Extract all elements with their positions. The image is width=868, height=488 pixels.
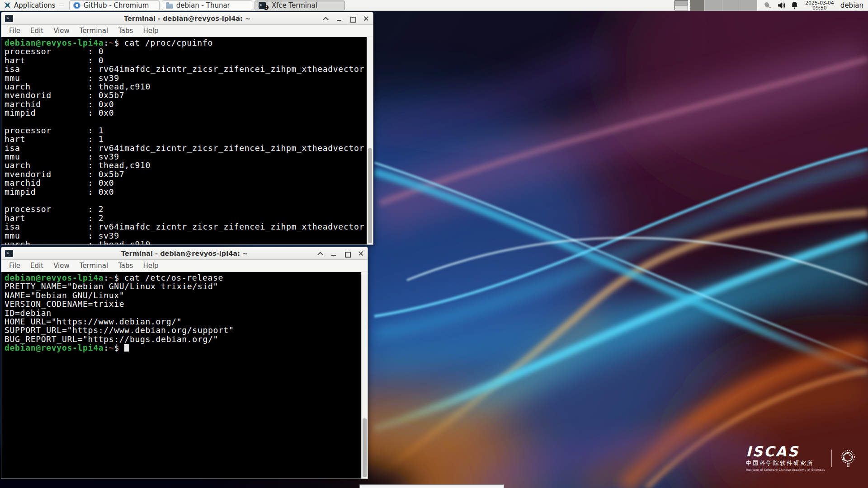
menu-item[interactable]: Terminal: [75, 262, 113, 270]
terminal-line: hart : 0: [5, 56, 367, 65]
prompt-user-host: debian@revyos-lpi4a: [5, 273, 104, 282]
prompt-user-host: debian@revyos-lpi4a: [5, 343, 104, 352]
scrollbar-thumb[interactable]: [368, 148, 372, 243]
prompt-line: debian@revyos-lpi4a:~$: [5, 343, 361, 352]
maximize-button[interactable]: [344, 250, 350, 257]
applications-menu-button[interactable]: Applications: [0, 0, 59, 11]
titlebar[interactable]: >_ Terminal - debian@revyos-lpi4a: ~: [1, 247, 368, 260]
menubar: FileEditViewTerminalTabsHelp: [1, 260, 368, 272]
terminal-line: ID=debian: [5, 309, 361, 317]
tray-placeholder-dark: [690, 0, 704, 11]
close-button[interactable]: [358, 250, 364, 257]
chromium-icon: [73, 2, 80, 9]
terminal-line: PRETTY_NAME="Debian GNU/Linux trixie/sid…: [5, 282, 361, 291]
taskbar-button-terminal[interactable]: >_ 2 Xfce Terminal: [255, 0, 345, 10]
maximize-button[interactable]: [349, 15, 356, 22]
hidden-window-edge[interactable]: [359, 484, 504, 488]
terminal-window-2: >_ Terminal - debian@revyos-lpi4a: ~ Fil…: [1, 247, 368, 479]
notification-bell-icon[interactable]: [791, 1, 798, 9]
prompt-path: ~: [109, 343, 114, 352]
command-text: cat /proc/cpuinfo: [124, 38, 213, 47]
terminal-line: VERSION_CODENAME=trixie: [5, 300, 361, 308]
menu-item[interactable]: Edit: [25, 262, 48, 270]
iscas-watermark: ISCAS 中国科学院软件研究所 Institute of Software C…: [746, 445, 858, 472]
terminal-output-area[interactable]: debian@revyos-lpi4a:~$cat /proc/cpuinfo …: [1, 37, 367, 244]
workspace-1[interactable]: [675, 0, 688, 6]
taskbar-button-label: GitHub - Chromium: [84, 1, 149, 9]
terminal-line: hart : 2: [5, 214, 367, 222]
top-panel: Applications GitHub - Chromium debian - …: [0, 0, 868, 11]
menu-item[interactable]: View: [48, 262, 75, 270]
prompt-line: debian@revyos-lpi4a:~$cat /proc/cpuinfo: [5, 38, 367, 47]
terminal-line: mmu : sv39: [5, 74, 367, 82]
scrollbar[interactable]: [367, 37, 373, 244]
terminal-window-1: >_ Terminal - debian@revyos-lpi4a: ~ Fil…: [1, 12, 373, 245]
clock-time: 09:50: [805, 5, 834, 10]
scrollbar-thumb[interactable]: [363, 418, 367, 477]
workspace-2[interactable]: [675, 5, 688, 10]
terminal-line: mimpid : 0x0: [5, 108, 367, 117]
scrollbar[interactable]: [361, 272, 368, 479]
prompt-colon: :: [104, 38, 109, 47]
close-button[interactable]: [363, 15, 369, 22]
rollup-button[interactable]: [322, 15, 329, 22]
terminal-line: NAME="Debian GNU/Linux": [5, 291, 361, 300]
terminal-line: isa : rv64imafdc_zicntr_zicsr_zifencei_z…: [5, 144, 367, 152]
terminal-line: BUG_REPORT_URL="https://bugs.debian.org/…: [5, 335, 361, 343]
taskbar: GitHub - Chromium debian - Thunar >_ 2 X…: [69, 0, 345, 10]
terminal-line: HOME_URL="https://www.debian.org/": [5, 317, 361, 326]
menu-item[interactable]: Edit: [25, 27, 48, 35]
minimize-button[interactable]: [336, 15, 342, 22]
terminal-line: marchid : 0x0: [5, 178, 367, 187]
window-title: Terminal - debian@revyos-lpi4a: ~: [1, 15, 373, 22]
prompt-colon: :: [104, 343, 109, 352]
menu-item[interactable]: Tabs: [113, 27, 138, 35]
volume-icon[interactable]: [778, 2, 786, 9]
menu-item[interactable]: File: [4, 27, 25, 35]
terminal-line: hart : 1: [5, 135, 367, 143]
terminal-window-icon: >_: [5, 15, 13, 22]
menu-item[interactable]: File: [4, 262, 25, 270]
terminal-line: SUPPORT_URL="https://www.debian.org/supp…: [5, 326, 361, 334]
menu-item[interactable]: Help: [138, 27, 163, 35]
watermark-separator: [831, 450, 832, 467]
terminal-line: [5, 117, 367, 126]
terminal-line: uarch : thead,c910: [5, 161, 367, 169]
prompt-colon: :: [104, 273, 109, 282]
terminal-line: mmu : sv39: [5, 152, 367, 161]
panel-handle[interactable]: [59, 2, 64, 9]
terminal-line: marchid : 0x0: [5, 100, 367, 108]
minimize-button[interactable]: [330, 250, 337, 257]
clock-date: 2025-03-04: [805, 0, 834, 5]
terminal-window-icon: >_: [5, 250, 13, 257]
menu-item[interactable]: Tabs: [113, 262, 138, 270]
taskbar-button-chromium[interactable]: GitHub - Chromium: [69, 0, 160, 10]
terminal-line: mvendorid : 0x5b7: [5, 91, 367, 99]
prompt-user-host: debian@revyos-lpi4a: [5, 38, 104, 47]
clock[interactable]: 2025-03-04 09:50: [802, 0, 837, 10]
menu-item[interactable]: Terminal: [75, 27, 113, 35]
seal-logo-icon: [838, 448, 858, 468]
terminal-line: processor : 0: [5, 47, 367, 56]
iscas-chinese-name: 中国科学院软件研究所: [746, 460, 825, 467]
rollup-button[interactable]: [317, 250, 323, 257]
folder-icon: [166, 4, 173, 9]
terminal-line: [5, 196, 367, 205]
terminal-line: mvendorid : 0x5b7: [5, 170, 367, 178]
command-text: cat /etc/os-release: [124, 273, 223, 282]
taskbar-button-thunar[interactable]: debian - Thunar: [162, 0, 252, 10]
terminal-line: mmu : sv39: [5, 231, 367, 240]
device-tray-icon[interactable]: [764, 1, 772, 9]
terminal-line: uarch : thead,c910: [5, 82, 367, 91]
host-label[interactable]: debian: [837, 1, 868, 9]
terminal-output-area[interactable]: debian@revyos-lpi4a:~$cat /etc/os-releas…: [1, 272, 361, 479]
workspace-switcher[interactable]: [675, 0, 688, 10]
prompt-dollar: $: [114, 273, 119, 282]
prompt-line: debian@revyos-lpi4a:~$cat /etc/os-releas…: [5, 273, 361, 282]
titlebar[interactable]: >_ Terminal - debian@revyos-lpi4a: ~: [1, 12, 373, 25]
iscas-english-name: Institute of Software Chinese Academy of…: [746, 468, 825, 472]
text-cursor: [124, 344, 129, 352]
menu-item[interactable]: Help: [138, 262, 163, 270]
prompt-dollar: $: [114, 38, 119, 47]
menu-item[interactable]: View: [48, 27, 75, 35]
